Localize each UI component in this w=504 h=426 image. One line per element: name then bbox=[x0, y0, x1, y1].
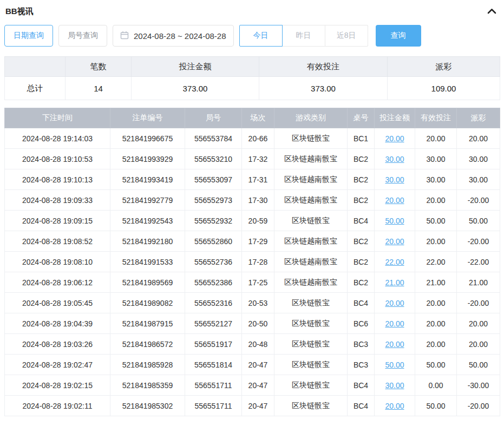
header-order-number: 注单编号 bbox=[110, 108, 185, 128]
cell-bet-amount: 30.00 bbox=[375, 375, 415, 396]
header-session: 场次 bbox=[242, 108, 274, 128]
cell-bet-time: 2024-08-28 19:08:10 bbox=[5, 252, 110, 272]
bet-table-header-row: 下注时间 注单编号 局号 场次 游戏类别 桌号 投注金额 有效投注 派彩 bbox=[5, 108, 500, 128]
cell-round-number: 556553097 bbox=[185, 169, 242, 190]
cell-session: 17-28 bbox=[242, 252, 274, 272]
quick-range-group: 今日 昨日 近8日 bbox=[239, 25, 368, 47]
cell-bet-amount: 50.00 bbox=[375, 355, 415, 375]
cell-payout: -22.00 bbox=[457, 252, 500, 272]
bet-amount-link[interactable]: 20.00 bbox=[385, 134, 404, 143]
bet-amount-link[interactable]: 30.00 bbox=[385, 175, 404, 184]
cell-session: 20-53 bbox=[242, 293, 274, 313]
cell-table-number: BC2 bbox=[348, 190, 375, 211]
cell-bet-amount: 21.00 bbox=[375, 272, 415, 293]
cell-round-number: 556552316 bbox=[185, 293, 242, 313]
table-row: 2024-08-28 19:02:47 521841985928 5565518… bbox=[5, 355, 500, 375]
cell-table-number: BC2 bbox=[348, 169, 375, 190]
cell-valid-bet: 22.00 bbox=[415, 252, 457, 272]
cell-session: 20-47 bbox=[242, 375, 274, 396]
cell-session: 17-25 bbox=[242, 272, 274, 293]
cell-bet-time: 2024-08-28 19:09:33 bbox=[5, 190, 110, 211]
cell-round-number: 556552736 bbox=[185, 252, 242, 272]
bet-amount-link[interactable]: 30.00 bbox=[385, 381, 404, 390]
table-row: 2024-08-28 19:10:53 521841993929 5565532… bbox=[5, 149, 500, 169]
date-query-button[interactable]: 日期查询 bbox=[4, 25, 53, 47]
cell-round-number: 556552973 bbox=[185, 190, 242, 211]
cell-bet-time: 2024-08-28 19:14:03 bbox=[5, 128, 110, 149]
range-last8days-button[interactable]: 近8日 bbox=[325, 25, 368, 47]
cell-bet-amount: 20.00 bbox=[375, 190, 415, 211]
cell-table-number: BC2 bbox=[348, 149, 375, 169]
bet-amount-link[interactable]: 30.00 bbox=[385, 155, 404, 163]
summary-total-bet-amount: 373.00 bbox=[132, 77, 259, 100]
cell-round-number: 556551814 bbox=[185, 355, 242, 375]
cell-table-number: BC4 bbox=[348, 293, 375, 313]
cell-order-number: 521841993929 bbox=[110, 149, 185, 169]
cell-bet-time: 2024-08-28 19:03:26 bbox=[5, 334, 110, 355]
collapse-button[interactable] bbox=[485, 5, 499, 18]
cell-valid-bet: 20.00 bbox=[415, 334, 457, 355]
cell-bet-time: 2024-08-28 19:10:13 bbox=[5, 169, 110, 190]
bet-amount-link[interactable]: 22.00 bbox=[385, 258, 404, 266]
range-yesterday-button[interactable]: 昨日 bbox=[282, 25, 325, 47]
summary-total-valid-bet: 373.00 bbox=[259, 77, 388, 100]
cell-table-number: BC2 bbox=[348, 272, 375, 293]
cell-valid-bet: 30.00 bbox=[415, 149, 457, 169]
bet-amount-link[interactable]: 20.00 bbox=[385, 299, 404, 307]
cell-table-number: BC4 bbox=[348, 396, 375, 416]
header-bet-amount: 投注金额 bbox=[375, 108, 415, 128]
summary-total-payout: 109.00 bbox=[388, 77, 500, 100]
bet-amount-link[interactable]: 20.00 bbox=[385, 340, 404, 349]
cell-bet-time: 2024-08-28 19:02:47 bbox=[5, 355, 110, 375]
date-range-picker[interactable]: 2024-08-28 ~ 2024-08-28 bbox=[113, 25, 234, 47]
cell-round-number: 556553784 bbox=[185, 128, 242, 149]
bet-amount-link[interactable]: 50.00 bbox=[385, 361, 404, 369]
cell-payout: 20.00 bbox=[457, 128, 500, 149]
cell-bet-amount: 50.00 bbox=[375, 211, 415, 231]
cell-payout: 21.00 bbox=[457, 272, 500, 293]
cell-order-number: 521841992180 bbox=[110, 231, 185, 252]
table-row: 2024-08-28 19:14:03 521841996675 5565537… bbox=[5, 128, 500, 149]
summary-total-row: 总计 14 373.00 373.00 109.00 bbox=[5, 77, 500, 100]
cell-game-type: 区块链越南骰宝 bbox=[274, 231, 348, 252]
cell-game-type: 区块链越南骰宝 bbox=[274, 149, 348, 169]
cell-payout: 30.00 bbox=[457, 149, 500, 169]
cell-bet-amount: 20.00 bbox=[375, 396, 415, 416]
summary-total-label: 总计 bbox=[5, 77, 66, 100]
cell-order-number: 521841985928 bbox=[110, 355, 185, 375]
round-query-button[interactable]: 局号查询 bbox=[58, 25, 107, 47]
cell-valid-bet: 21.00 bbox=[415, 272, 457, 293]
bet-amount-link[interactable]: 20.00 bbox=[385, 319, 404, 328]
search-button[interactable]: 查询 bbox=[376, 25, 421, 47]
cell-bet-amount: 20.00 bbox=[375, 313, 415, 334]
summary-header-row: 笔数 投注金额 有效投注 派彩 bbox=[5, 57, 500, 77]
cell-order-number: 521841985302 bbox=[110, 396, 185, 416]
cell-bet-time: 2024-08-28 19:02:11 bbox=[5, 396, 110, 416]
cell-session: 20-66 bbox=[242, 128, 274, 149]
bet-amount-link[interactable]: 20.00 bbox=[385, 237, 404, 246]
cell-payout: 30.00 bbox=[457, 169, 500, 190]
cell-round-number: 556552932 bbox=[185, 211, 242, 231]
cell-round-number: 556553210 bbox=[185, 149, 242, 169]
cell-order-number: 521841992543 bbox=[110, 211, 185, 231]
cell-session: 17-32 bbox=[242, 149, 274, 169]
bet-amount-link[interactable]: 20.00 bbox=[385, 402, 404, 410]
table-row: 2024-08-28 19:03:26 521841986572 5565519… bbox=[5, 334, 500, 355]
cell-session: 20-48 bbox=[242, 334, 274, 355]
cell-game-type: 区块链骰宝 bbox=[274, 313, 348, 334]
cell-bet-time: 2024-08-28 19:09:15 bbox=[5, 211, 110, 231]
cell-payout: 50.00 bbox=[457, 355, 500, 375]
header-valid-bet: 有效投注 bbox=[415, 108, 457, 128]
bet-amount-link[interactable]: 50.00 bbox=[385, 217, 404, 225]
cell-bet-amount: 20.00 bbox=[375, 231, 415, 252]
range-today-button[interactable]: 今日 bbox=[239, 25, 283, 47]
bet-amount-link[interactable]: 21.00 bbox=[385, 278, 404, 287]
cell-payout: -20.00 bbox=[457, 396, 500, 416]
cell-valid-bet: 20.00 bbox=[415, 293, 457, 313]
bet-amount-link[interactable]: 20.00 bbox=[385, 196, 404, 205]
cell-bet-time: 2024-08-28 19:10:53 bbox=[5, 149, 110, 169]
cell-table-number: BC6 bbox=[348, 313, 375, 334]
cell-bet-time: 2024-08-28 19:05:45 bbox=[5, 293, 110, 313]
cell-order-number: 521841989082 bbox=[110, 293, 185, 313]
bet-records-table: 下注时间 注单编号 局号 场次 游戏类别 桌号 投注金额 有效投注 派彩 202… bbox=[4, 108, 500, 416]
